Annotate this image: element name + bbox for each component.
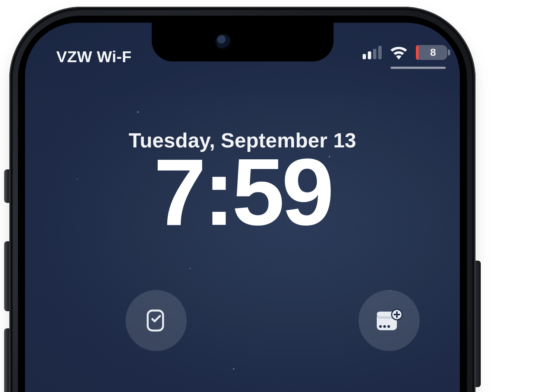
wallet-add-widget[interactable]: [359, 290, 420, 351]
carrier-label: VZW Wi-F: [56, 48, 131, 66]
battery-percent-label: 8: [416, 45, 447, 60]
phone-mockup: VZW Wi-F: [0, 0, 559, 392]
reminders-widget[interactable]: [126, 290, 187, 351]
lock-screen-time[interactable]: 7:59: [25, 145, 460, 239]
svg-point-6: [383, 325, 386, 328]
lock-screen[interactable]: VZW Wi-F: [25, 23, 460, 392]
wallet-add-icon: [375, 309, 404, 332]
svg-point-5: [379, 325, 382, 328]
status-right-cluster[interactable]: 8: [363, 45, 447, 69]
cellular-signal-icon: [363, 46, 382, 59]
status-bar: VZW Wi-F: [25, 40, 460, 66]
svg-point-7: [388, 325, 390, 328]
lock-screen-widget-row: [25, 290, 460, 357]
wifi-icon: [389, 45, 408, 60]
status-underline-icon: [391, 67, 446, 69]
checklist-icon: [144, 308, 168, 333]
battery-indicator: 8: [416, 45, 447, 60]
status-icons: 8: [363, 45, 447, 60]
